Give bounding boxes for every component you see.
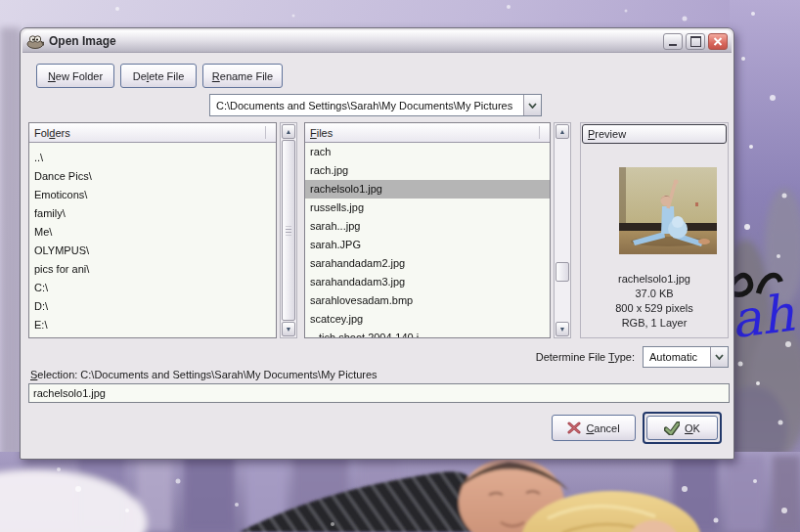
button-label: Delete File [133, 70, 185, 82]
folders-header[interactable]: Folders [29, 123, 276, 143]
preview-label: Preview [588, 128, 626, 140]
close-x-icon [713, 37, 723, 46]
files-header-label: Files [310, 127, 333, 139]
selection-label: Selection: C:\Documents and Settings\Sar… [30, 369, 378, 380]
gimp-wilber-icon [26, 34, 44, 49]
file-item-selected[interactable]: rachelsolo1.jpg [305, 180, 550, 199]
file-item[interactable]: sarahandadam2.jpg [305, 254, 550, 273]
files-header[interactable]: Files [305, 123, 550, 143]
folder-item[interactable]: ..\ [29, 149, 276, 167]
folder-item[interactable]: Me\ [29, 223, 276, 242]
scroll-down-button[interactable]: ▼ [282, 322, 295, 336]
button-label: New Folder [48, 70, 103, 82]
chevron-down-icon [715, 354, 724, 360]
folders-header-label: Folders [34, 127, 70, 139]
delete-file-button[interactable]: Delete File [120, 64, 197, 88]
button-label: Cancel [586, 422, 619, 434]
minimize-icon [669, 44, 677, 46]
rename-file-button[interactable]: Rename File [202, 64, 283, 88]
ok-button[interactable]: OK [646, 416, 718, 440]
files-panel: Files rach rach.jpg rachelsolo1.jpg russ… [304, 122, 551, 338]
folder-item[interactable]: C:\ [29, 279, 276, 297]
file-type-value: Automatic [644, 347, 710, 367]
scrollbar-thumb[interactable] [556, 262, 569, 282]
folder-item[interactable]: E:\ [29, 316, 276, 334]
folder-item[interactable]: Dance Pics\ [29, 167, 276, 186]
close-button[interactable] [708, 33, 728, 50]
folder-item[interactable]: family\ [29, 204, 276, 223]
file-item[interactable]: tich shoot 2004-140.j [305, 329, 550, 337]
path-combo[interactable]: C:\Documents and Settings\Sarah\My Docum… [209, 94, 542, 116]
ok-check-icon [664, 421, 680, 435]
file-item[interactable]: sarah.JPG [305, 236, 550, 254]
preview-mode: RGB, 1 Layer [581, 316, 728, 331]
folder-item[interactable]: Emoticons\ [29, 186, 276, 204]
window-title: Open Image [49, 34, 116, 48]
file-item[interactable]: russells.jpg [305, 199, 550, 217]
files-scrollbar[interactable]: ▲ ▼ [554, 122, 571, 338]
button-label: Rename File [212, 70, 273, 82]
preview-filename: rachelsolo1.jpg [581, 272, 728, 287]
scrollbar-thumb[interactable] [282, 140, 295, 321]
cancel-x-icon [567, 421, 581, 434]
thumb-grip [286, 226, 291, 235]
open-image-dialog: Open Image New Folder Delete File Rename… [20, 27, 734, 460]
files-list: rach rach.jpg rachelsolo1.jpg russells.j… [305, 143, 550, 337]
preview-filesize: 37.0 KB [581, 287, 728, 301]
file-item[interactable]: sarahandadam3.jpg [305, 273, 550, 291]
ok-button-focus-ring: OK [643, 412, 722, 444]
minimize-button[interactable] [663, 33, 683, 50]
scroll-down-button[interactable]: ▼ [556, 322, 569, 336]
maximize-button[interactable] [686, 33, 705, 50]
folder-item[interactable]: OLYMPUS\ [29, 242, 276, 260]
folders-panel: Folders .\ ..\ Dance Pics\ Emoticons\ fa… [28, 122, 277, 338]
preview-dimensions: 800 x 529 pixels [581, 301, 728, 316]
file-type-label: Determine File Type: [392, 351, 635, 363]
file-item[interactable]: sarahlovesadam.bmp [305, 291, 550, 310]
button-label: OK [685, 422, 700, 434]
new-folder-button[interactable]: New Folder [36, 64, 114, 88]
folder-item[interactable]: pics for ani\ [29, 260, 276, 279]
cancel-button[interactable]: Cancel [552, 415, 636, 441]
preview-thumbnail [619, 167, 717, 254]
path-combo-value: C:\Documents and Settings\Sarah\My Docum… [210, 95, 523, 115]
path-combo-arrow-button[interactable] [523, 95, 541, 115]
scroll-up-button[interactable]: ▲ [282, 124, 295, 139]
filename-input[interactable] [28, 383, 730, 403]
preview-toggle-button[interactable]: Preview [582, 124, 727, 144]
file-item[interactable]: scatcey.jpg [305, 310, 550, 329]
preview-panel: Preview [580, 122, 729, 338]
svg-text:ah: ah [728, 284, 798, 349]
folders-scrollbar[interactable]: ▲ ▼ [280, 122, 297, 338]
file-item[interactable]: rach [305, 143, 550, 161]
maximize-icon [690, 36, 701, 47]
file-item[interactable]: sarah...jpg [305, 217, 550, 236]
file-type-arrow-button[interactable] [710, 347, 728, 367]
scroll-up-button[interactable]: ▲ [556, 124, 569, 139]
folders-list: .\ ..\ Dance Pics\ Emoticons\ family\ Me… [29, 143, 276, 337]
file-type-combo[interactable]: Automatic [643, 346, 729, 368]
file-item[interactable]: rach.jpg [305, 161, 550, 180]
chevron-down-icon [528, 103, 537, 109]
folder-item[interactable]: D:\ [29, 297, 276, 316]
title-bar[interactable]: Open Image [22, 30, 732, 53]
